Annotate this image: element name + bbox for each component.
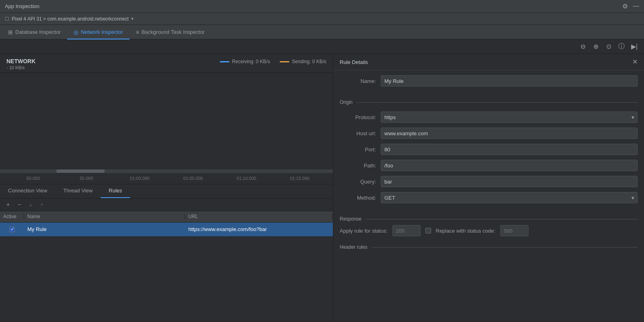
name-section: Name: xyxy=(333,70,644,96)
sending-label: Sending: 0 KB/s xyxy=(292,59,326,64)
origin-divider: Origin xyxy=(333,96,644,107)
tab-background[interactable]: ≡ Background Task Inspector xyxy=(130,25,211,39)
replace-checkbox[interactable] xyxy=(425,228,431,233)
host-url-row: Host url: xyxy=(340,128,638,139)
bottom-tabs: Connection View Thread View Rules xyxy=(0,184,333,198)
replace-label: Replace with status code: xyxy=(436,228,495,234)
query-input[interactable] xyxy=(381,176,638,187)
move-up-button[interactable]: ▲ xyxy=(26,200,35,209)
query-label: Query: xyxy=(340,179,376,185)
device-label: Pixel 4 API 31 > com.example.android.net… xyxy=(12,16,129,22)
response-line xyxy=(365,219,638,219)
method-row: Method: GET POST PUT DELETE PATCH xyxy=(340,192,638,203)
col-name: Name xyxy=(24,214,185,219)
info-button[interactable]: ⓘ xyxy=(617,42,626,52)
tab-rules-label: Rules xyxy=(109,188,122,194)
timeline-label-3: 01:05.000 xyxy=(167,176,220,181)
port-row: Port: xyxy=(340,144,638,155)
method-label: Method: xyxy=(340,195,376,201)
name-input[interactable] xyxy=(381,75,638,87)
zoom-in-button[interactable]: ⊕ xyxy=(591,42,601,52)
port-label: Port: xyxy=(340,147,376,153)
reset-button[interactable]: ⊙ xyxy=(604,42,613,52)
url-cell: https://www.example.com/foo?bar xyxy=(185,226,333,232)
chart-timeline: 50.000 55.000 01:00.000 01:05.000 01:10.… xyxy=(0,173,333,184)
close-button[interactable]: ✕ xyxy=(632,59,638,65)
zoom-out-button[interactable]: ⊖ xyxy=(578,42,588,52)
network-title-group: NETWORK - 10 KB/s xyxy=(6,58,35,70)
device-chevron[interactable]: ▾ xyxy=(131,16,134,21)
protocol-select-wrapper: https http * xyxy=(381,111,638,123)
rules-table: Active Name URL My Rule https://www.exam… xyxy=(0,211,333,322)
network-stats: Receiving: 0 KB/s Sending: 0 KB/s xyxy=(220,58,326,64)
right-panel: Rule Details ✕ Name: Origin Protocol: ht… xyxy=(333,54,644,322)
add-rule-button[interactable]: + xyxy=(3,200,13,209)
table-row[interactable]: My Rule https://www.example.com/foo?bar xyxy=(0,223,333,236)
timeline-label-0: 50.000 xyxy=(6,176,60,181)
remove-rule-button[interactable]: − xyxy=(14,200,24,209)
title-bar-actions: ⚙ — xyxy=(622,2,639,10)
host-url-input[interactable] xyxy=(381,128,638,139)
table-header: Active Name URL xyxy=(0,211,333,223)
name-label: Name: xyxy=(340,78,376,84)
sending-line xyxy=(280,61,289,62)
replace-input[interactable] xyxy=(500,225,528,236)
port-input[interactable] xyxy=(381,144,638,155)
receiving-stat: Receiving: 0 KB/s xyxy=(220,59,270,64)
host-url-label: Host url: xyxy=(340,130,376,136)
device-icon: ☐ xyxy=(5,16,9,22)
left-panel: NETWORK - 10 KB/s Receiving: 0 KB/s Send… xyxy=(0,54,333,322)
rule-details-header: Rule Details ✕ xyxy=(333,54,644,70)
origin-section: Protocol: https http * Host url: Port: P xyxy=(333,107,644,213)
response-divider: Response xyxy=(333,213,644,223)
tab-connection-view[interactable]: Connection View xyxy=(0,184,55,198)
response-label: Response xyxy=(340,216,361,222)
sending-stat: Sending: 0 KB/s xyxy=(280,59,326,64)
scrollbar-thumb[interactable] xyxy=(56,169,105,173)
origin-line xyxy=(357,102,638,103)
active-cell xyxy=(0,227,24,232)
chart-area[interactable]: 50.000 55.000 01:00.000 01:05.000 01:10.… xyxy=(0,73,333,184)
receiving-line xyxy=(220,61,229,62)
minimize-icon[interactable]: — xyxy=(633,2,639,10)
network-title: NETWORK xyxy=(6,58,35,64)
rule-details-title: Rule Details xyxy=(340,59,368,65)
title-bar: App Inspection ⚙ — xyxy=(0,0,644,13)
toolbar-row: ⊖ ⊕ ⊙ ⓘ ▶| xyxy=(0,39,644,54)
settings-icon[interactable]: ⚙ xyxy=(622,2,628,10)
tab-background-label: Background Task Inspector xyxy=(142,29,205,35)
scrollbar-track xyxy=(0,169,333,173)
protocol-select[interactable]: https http * xyxy=(381,111,638,123)
path-input[interactable] xyxy=(381,160,638,171)
tab-network-label: Network Inspector xyxy=(81,29,123,35)
network-subtitle: - 10 KB/s xyxy=(6,65,35,70)
rules-toolbar: + − ▲ ▼ xyxy=(0,198,333,211)
timeline-label-4: 01:10.000 xyxy=(220,176,273,181)
timeline-label-5: 01:15.000 xyxy=(273,176,327,181)
protocol-row: Protocol: https http * xyxy=(340,111,638,123)
name-row: Name: xyxy=(340,75,638,87)
tab-thread-view[interactable]: Thread View xyxy=(55,184,101,198)
move-down-button[interactable]: ▼ xyxy=(37,200,47,209)
active-checkbox[interactable] xyxy=(9,227,15,232)
query-row: Query: xyxy=(340,176,638,187)
origin-label: Origin xyxy=(340,99,353,105)
background-tab-icon: ≡ xyxy=(136,29,139,35)
path-row: Path: xyxy=(340,160,638,171)
play-button[interactable]: ▶| xyxy=(630,42,639,52)
method-select-wrapper: GET POST PUT DELETE PATCH xyxy=(381,192,638,203)
tab-rules[interactable]: Rules xyxy=(101,184,130,198)
tab-bar: ⊞ Database Inspector ◎ Network Inspector… xyxy=(0,25,644,39)
tab-network[interactable]: ◎ Network Inspector xyxy=(67,25,130,39)
method-select[interactable]: GET POST PUT DELETE PATCH xyxy=(381,192,638,203)
apply-rule-label: Apply rule for status: xyxy=(340,228,388,234)
response-row: Apply rule for status: Replace with stat… xyxy=(333,223,644,241)
timeline-label-1: 55.000 xyxy=(60,176,114,181)
tab-database[interactable]: ⊞ Database Inspector xyxy=(2,25,67,39)
main-content: NETWORK - 10 KB/s Receiving: 0 KB/s Send… xyxy=(0,54,644,322)
tab-database-label: Database Inspector xyxy=(15,29,61,35)
apply-rule-input[interactable] xyxy=(392,225,421,236)
name-cell: My Rule xyxy=(24,226,185,232)
receiving-label: Receiving: 0 KB/s xyxy=(232,59,270,64)
database-tab-icon: ⊞ xyxy=(8,29,13,35)
